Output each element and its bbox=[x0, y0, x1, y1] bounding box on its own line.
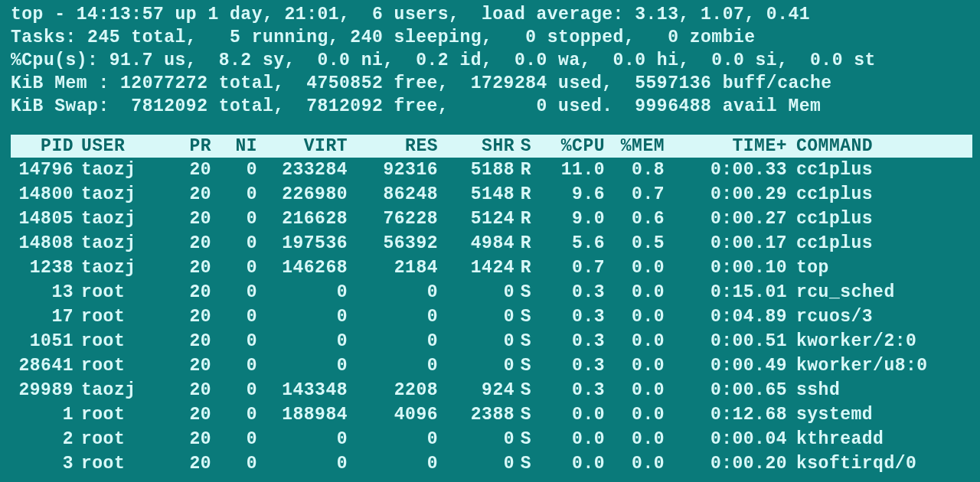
col-cpu[interactable]: %CPU bbox=[537, 135, 605, 158]
cell: S bbox=[514, 329, 537, 353]
process-table: PID USER PR NI VIRT RES SHR S %CPU %MEM … bbox=[11, 135, 972, 476]
col-virt[interactable]: VIRT bbox=[257, 135, 348, 158]
col-res[interactable]: RES bbox=[348, 135, 438, 158]
table-row[interactable]: 14796taozj200233284923165188R11.00.80:00… bbox=[11, 158, 972, 182]
cell: 20 bbox=[158, 378, 211, 402]
cell: R bbox=[514, 158, 537, 182]
cell: 20 bbox=[158, 256, 211, 280]
col-command[interactable]: COMMAND bbox=[787, 135, 972, 158]
cell: cc1plus bbox=[787, 182, 972, 207]
cell: 14800 bbox=[11, 182, 74, 207]
col-time[interactable]: TIME+ bbox=[665, 135, 787, 158]
cell: 0:12.68 bbox=[665, 402, 787, 427]
cell: 0 bbox=[257, 451, 348, 476]
cell: S bbox=[514, 427, 537, 451]
cell: 0.3 bbox=[537, 353, 605, 378]
cell: 0:00.51 bbox=[665, 329, 787, 353]
col-mem[interactable]: %MEM bbox=[605, 135, 665, 158]
col-user[interactable]: USER bbox=[74, 135, 158, 158]
cell: root bbox=[74, 402, 158, 427]
table-row[interactable]: 14808taozj200197536563924984R5.60.50:00.… bbox=[11, 231, 972, 256]
table-row[interactable]: 2root200000S0.00.00:00.04kthreadd bbox=[11, 427, 972, 451]
cell: 20 bbox=[158, 158, 211, 182]
table-row[interactable]: 14800taozj200226980862485148R9.60.70:00.… bbox=[11, 182, 972, 207]
cell: 0 bbox=[211, 451, 257, 476]
cell: 0 bbox=[438, 353, 514, 378]
cell: top bbox=[787, 256, 972, 280]
cell: 0 bbox=[438, 280, 514, 305]
table-row[interactable]: 13root200000S0.30.00:15.01rcu_sched bbox=[11, 280, 972, 305]
table-row[interactable]: 1051root200000S0.30.00:00.51kworker/2:0 bbox=[11, 329, 972, 353]
col-shr[interactable]: SHR bbox=[438, 135, 514, 158]
cell: 0 bbox=[211, 378, 257, 402]
table-row[interactable]: 29989taozj2001433482208924S0.30.00:00.65… bbox=[11, 378, 972, 402]
cell: 226980 bbox=[257, 182, 348, 207]
cell: 9.6 bbox=[537, 182, 605, 207]
cell: 0.0 bbox=[605, 329, 665, 353]
cell: root bbox=[74, 305, 158, 329]
cell: 4984 bbox=[438, 231, 514, 256]
cell: S bbox=[514, 451, 537, 476]
cell: 20 bbox=[158, 353, 211, 378]
summary-cpu: %Cpu(s): 91.7 us, 8.2 sy, 0.0 ni, 0.2 id… bbox=[11, 49, 972, 72]
cell: 0 bbox=[211, 231, 257, 256]
col-s[interactable]: S bbox=[514, 135, 537, 158]
cell: 0:15.01 bbox=[665, 280, 787, 305]
table-row[interactable]: 28641root200000S0.30.00:00.49kworker/u8:… bbox=[11, 353, 972, 378]
cell: 20 bbox=[158, 402, 211, 427]
cell: 0 bbox=[348, 280, 438, 305]
table-row[interactable]: 17root200000S0.30.00:04.89rcuos/3 bbox=[11, 305, 972, 329]
col-pid[interactable]: PID bbox=[11, 135, 74, 158]
cell: 29989 bbox=[11, 378, 74, 402]
cell: cc1plus bbox=[787, 231, 972, 256]
table-row[interactable]: 14805taozj200216628762285124R9.00.60:00.… bbox=[11, 207, 972, 231]
cell: 0 bbox=[211, 402, 257, 427]
cell: 0 bbox=[348, 353, 438, 378]
cell: 216628 bbox=[257, 207, 348, 231]
cell: sshd bbox=[787, 378, 972, 402]
cell: 20 bbox=[158, 207, 211, 231]
cell: taozj bbox=[74, 182, 158, 207]
cell: 0.0 bbox=[537, 402, 605, 427]
cell: 0 bbox=[211, 353, 257, 378]
cell: 5.6 bbox=[537, 231, 605, 256]
cell: 86248 bbox=[348, 182, 438, 207]
table-row[interactable]: 3root200000S0.00.00:00.20ksoftirqd/0 bbox=[11, 451, 972, 476]
cell: 0 bbox=[257, 353, 348, 378]
cell: 14805 bbox=[11, 207, 74, 231]
cell: 2 bbox=[11, 427, 74, 451]
cell: 17 bbox=[11, 305, 74, 329]
cell: 0.0 bbox=[605, 305, 665, 329]
cell: kworker/u8:0 bbox=[787, 353, 972, 378]
cell: 0.3 bbox=[537, 378, 605, 402]
cell: ksoftirqd/0 bbox=[787, 451, 972, 476]
summary-uptime: top - 14:13:57 up 1 day, 21:01, 6 users,… bbox=[11, 3, 972, 26]
cell: 0 bbox=[438, 305, 514, 329]
cell: taozj bbox=[74, 158, 158, 182]
cell: 0 bbox=[257, 280, 348, 305]
table-header-row: PID USER PR NI VIRT RES SHR S %CPU %MEM … bbox=[11, 135, 972, 158]
cell: 0.0 bbox=[605, 402, 665, 427]
table-row[interactable]: 1238taozj20014626821841424R0.70.00:00.10… bbox=[11, 256, 972, 280]
cell: R bbox=[514, 231, 537, 256]
cell: taozj bbox=[74, 231, 158, 256]
cell: 0.0 bbox=[537, 451, 605, 476]
cell: 0.0 bbox=[605, 451, 665, 476]
table-row[interactable]: 1root20018898440962388S0.00.00:12.68syst… bbox=[11, 402, 972, 427]
cell: R bbox=[514, 256, 537, 280]
col-ni[interactable]: NI bbox=[211, 135, 257, 158]
cell: 0 bbox=[211, 158, 257, 182]
summary-swap: KiB Swap: 7812092 total, 7812092 free, 0… bbox=[11, 95, 972, 118]
cell: 13 bbox=[11, 280, 74, 305]
cell: S bbox=[514, 353, 537, 378]
cell: 0:00.49 bbox=[665, 353, 787, 378]
cell: 0.0 bbox=[605, 378, 665, 402]
cell: 0 bbox=[438, 451, 514, 476]
cell: 146268 bbox=[257, 256, 348, 280]
cell: 2184 bbox=[348, 256, 438, 280]
cell: 0 bbox=[211, 256, 257, 280]
cell: 56392 bbox=[348, 231, 438, 256]
cell: taozj bbox=[74, 207, 158, 231]
cell: 1424 bbox=[438, 256, 514, 280]
cell: 20 bbox=[158, 427, 211, 451]
